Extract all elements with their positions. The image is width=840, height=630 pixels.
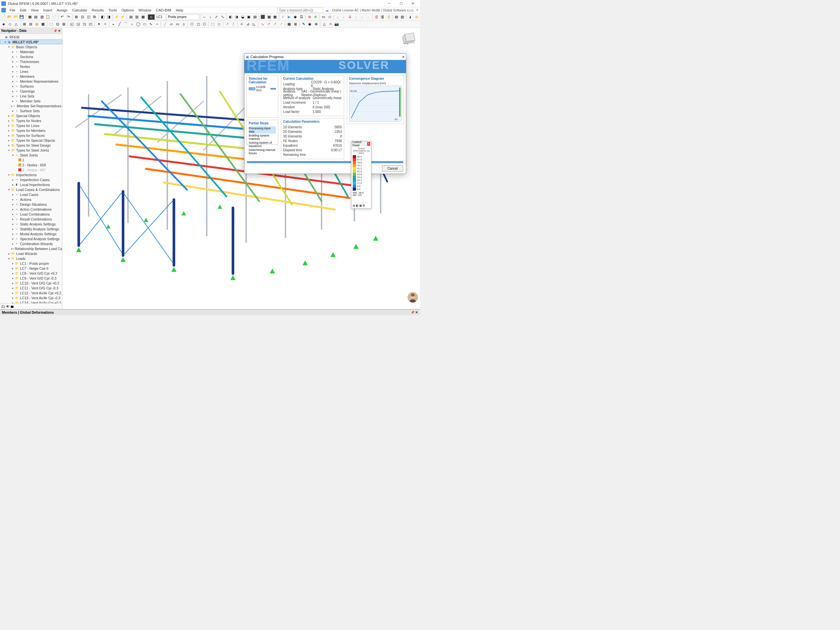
cp-tab-c[interactable]: ▦: [359, 204, 362, 207]
tb-at[interactable]: ▥: [399, 14, 406, 20]
nav-item[interactable]: ▸▫Lines: [0, 69, 62, 74]
nav-load-item[interactable]: ▸📁LC8 - Vent G/D Cpi +0.2: [0, 271, 62, 276]
nav-item[interactable]: ▸▫Modal Analysis Settings: [0, 231, 62, 236]
tb-z[interactable]: ⬛: [260, 14, 266, 20]
tb2-ao[interactable]: ↗: [272, 21, 278, 27]
menu-assign[interactable]: Assign: [54, 8, 70, 12]
nav-group[interactable]: ▸📁Types for Steel Design: [0, 143, 62, 148]
tb2-y[interactable]: ╱: [162, 21, 168, 27]
tb2-e[interactable]: ⊟: [28, 21, 33, 27]
calcdlg-cancel-button[interactable]: Cancel: [382, 165, 403, 172]
tb2-u[interactable]: ◯: [135, 21, 141, 27]
tb-r[interactable]: ↕: [207, 14, 213, 20]
nav-group[interactable]: ▸📁Types for Surfaces: [0, 133, 62, 138]
tb2-z[interactable]: ▱: [168, 21, 174, 27]
menu-cadbim[interactable]: CAD-BIM: [153, 8, 173, 12]
tb-k[interactable]: ◨: [106, 14, 112, 20]
tb-s[interactable]: ⤢: [214, 14, 219, 20]
viewport-3d[interactable]: -X -Y ▣ Calculation Progress ✕ RFEM SOLV…: [62, 28, 420, 309]
nav-bottom-c[interactable]: 🖿: [11, 305, 14, 308]
tb2-m[interactable]: ◳: [81, 21, 87, 27]
nav-group[interactable]: ▸📁Types for Special Objects: [0, 138, 62, 143]
close-button[interactable]: ✕: [407, 0, 419, 7]
ctrlpanel-close-icon[interactable]: ✕: [367, 142, 371, 146]
tb2-aj[interactable]: ⊹: [238, 21, 245, 27]
nav-load-item[interactable]: ▸📁LC13 - Vent Av/Ar Cpi -0.3: [0, 295, 62, 300]
tb-af[interactable]: ⊕: [306, 14, 313, 20]
nav-item[interactable]: ▸▫Member Set Representatives: [0, 103, 62, 108]
tb-aj[interactable]: ↓: [335, 14, 341, 20]
tb2-av[interactable]: △: [321, 21, 327, 27]
tb-a[interactable]: ▦: [27, 14, 33, 20]
tb2-p[interactable]: ✧: [102, 21, 108, 27]
nav-item[interactable]: ▸▫Member Sets: [0, 98, 62, 103]
nav-item[interactable]: ▸▫Member Representatives: [0, 79, 62, 84]
tb-av[interactable]: ⊞: [414, 14, 420, 20]
menu-window[interactable]: Window: [136, 8, 153, 12]
tb-t[interactable]: ⤡: [220, 14, 226, 20]
tb2-at[interactable]: ◉: [307, 21, 313, 27]
nav-item[interactable]: ▸▫Nodes: [0, 64, 62, 69]
nav-item[interactable]: ▸▫Load Cases: [0, 192, 62, 197]
search-input[interactable]: [277, 8, 323, 13]
tb2-l[interactable]: ◲: [75, 21, 81, 27]
tb2-ai[interactable]: ⤴: [231, 21, 236, 27]
tb-i[interactable]: ⧉: [92, 14, 98, 20]
tb-c[interactable]: ▥: [39, 14, 45, 20]
tb2-b[interactable]: ◇: [7, 21, 13, 27]
nav-item[interactable]: ▸▫Members: [0, 74, 62, 79]
tb-ag[interactable]: ⊕: [313, 14, 319, 20]
nav-group[interactable]: ▸📁Types for Lines: [0, 123, 62, 128]
tb-am[interactable]: ↓: [353, 14, 359, 20]
tb2-t[interactable]: ○: [129, 21, 135, 27]
tb-j[interactable]: ◧: [100, 14, 106, 20]
tb-m[interactable]: ⚡: [120, 14, 126, 20]
cp-tab-a[interactable]: ▤: [353, 204, 355, 207]
tb2-an[interactable]: ↗: [265, 21, 272, 27]
nav-load-item[interactable]: ▸📁LC9 - Vent G/D Cpi -0.3: [0, 276, 62, 281]
nav-item[interactable]: ▸▫Load Combinations: [0, 212, 62, 216]
tb-as[interactable]: ▤: [393, 14, 399, 20]
menu-insert[interactable]: Insert: [41, 8, 54, 12]
nav-item[interactable]: ▸▫Line Sets: [0, 93, 62, 98]
tb2-x[interactable]: ∼: [154, 21, 160, 27]
tb2-ad[interactable]: ◻: [195, 21, 201, 27]
nav-item[interactable]: ▸▫Materials: [0, 49, 62, 54]
tb2-al[interactable]: ◺: [251, 21, 257, 27]
lc-name-combo[interactable]: [166, 14, 199, 20]
nav-bottom-b[interactable]: 👁: [6, 305, 9, 308]
tb-ac[interactable]: ✓: [280, 14, 286, 20]
redo-icon[interactable]: ↷: [65, 14, 71, 20]
menu-view[interactable]: View: [28, 8, 41, 12]
calcdlg-close-icon[interactable]: ✕: [402, 55, 404, 59]
nav-item[interactable]: ▸▫Combination Wizards: [0, 241, 62, 246]
tb2-r[interactable]: ╱: [117, 21, 122, 27]
tb-w[interactable]: ◒: [240, 14, 246, 20]
tb-ad[interactable]: ◉: [292, 14, 298, 20]
nav-bottom-a[interactable]: 🗀: [1, 305, 5, 308]
nav-item[interactable]: ▸▫Thicknesses: [0, 59, 62, 64]
nav-group[interactable]: ▸📁Types for Members: [0, 128, 62, 133]
viewcube[interactable]: -X -Y: [400, 30, 418, 47]
tb-x[interactable]: ▣: [246, 14, 252, 20]
navigator-tree[interactable]: ▣RFEM ▾▣MILLET V15.rf6* ▾📁Basic Objects …: [0, 34, 62, 303]
tb-ai[interactable]: ◇: [327, 14, 333, 20]
tb2-c[interactable]: △: [13, 21, 19, 27]
tb2-g[interactable]: ▩: [40, 21, 46, 27]
tb2-o[interactable]: ✦: [96, 21, 102, 27]
tb2-ar[interactable]: ⊞: [292, 21, 298, 27]
nav-pin-icon[interactable]: 📌 ✕: [54, 29, 61, 33]
tb2-a[interactable]: ◈: [1, 21, 6, 27]
tb-l[interactable]: ⚡: [114, 14, 120, 20]
tb-n[interactable]: ▤: [128, 14, 134, 20]
nav-load-item[interactable]: ▸📁LC10 - Vent D/G Cpi +0.2: [0, 281, 62, 286]
nav-item[interactable]: ▸▫Relationship Between Load Cases: [0, 246, 62, 251]
nav-item[interactable]: ▸▫Spectral Analysis Settings: [0, 236, 62, 241]
tb-d[interactable]: 📋: [45, 14, 51, 20]
nav-item[interactable]: ▸▫Design Situations: [0, 202, 62, 207]
tb-b[interactable]: ▤: [33, 14, 39, 20]
tb-p[interactable]: ▦: [140, 14, 146, 20]
nav-item[interactable]: ▸▫Openings: [0, 88, 62, 93]
tb2-au[interactable]: ⊕: [313, 21, 319, 27]
maximize-button[interactable]: ▢: [395, 0, 407, 7]
